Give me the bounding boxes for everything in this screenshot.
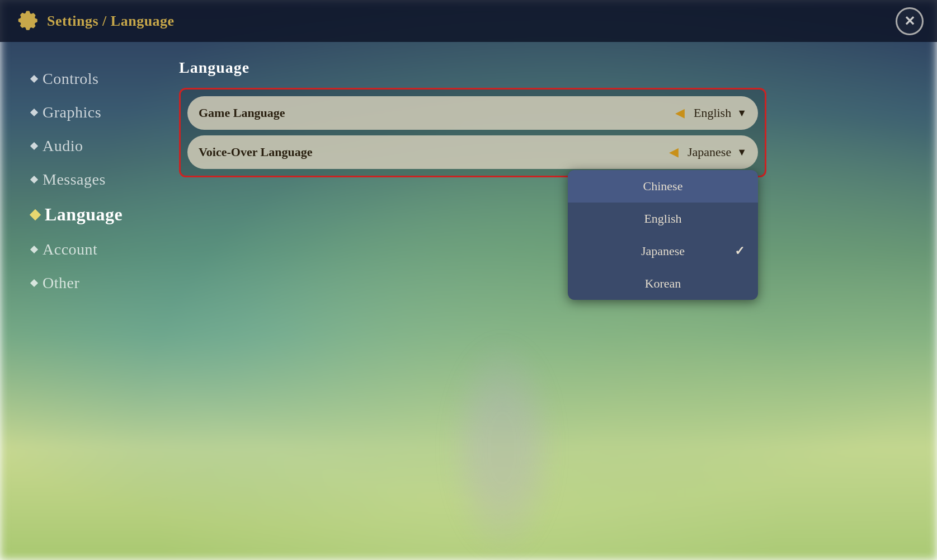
dropdown-label-chinese: Chinese bbox=[643, 179, 683, 194]
voiceover-language-row[interactable]: Voice-Over Language ◀ Japanese ▼ Chinese… bbox=[187, 135, 758, 169]
game-language-value: English bbox=[694, 106, 731, 120]
sidebar-label-account: Account bbox=[43, 241, 97, 258]
game-language-arrow-icon: ◀ bbox=[675, 106, 685, 120]
voiceover-language-dropdown-icon: ▼ bbox=[737, 147, 747, 158]
voiceover-language-value: Japanese bbox=[688, 145, 731, 159]
character-silhouette bbox=[446, 336, 558, 560]
diamond-icon-graphics bbox=[30, 109, 38, 116]
diamond-icon-other bbox=[30, 279, 38, 287]
dropdown-label-english: English bbox=[644, 211, 681, 226]
dropdown-label-japanese: Japanese bbox=[641, 244, 685, 258]
sidebar-item-audio[interactable]: Audio bbox=[22, 131, 162, 161]
sidebar: Controls Graphics Audio Messages Languag… bbox=[0, 42, 162, 560]
gear-icon bbox=[13, 8, 39, 34]
sidebar-item-language[interactable]: Language bbox=[22, 199, 162, 230]
sidebar-label-language: Language bbox=[45, 204, 123, 225]
breadcrumb: Settings / Language bbox=[47, 13, 175, 30]
voiceover-dropdown-menu: Chinese English Japanese ✓ Korean bbox=[568, 170, 758, 300]
top-bar-left: Settings / Language bbox=[13, 8, 175, 34]
voiceover-language-label: Voice-Over Language bbox=[199, 145, 669, 159]
diamond-icon-controls bbox=[30, 75, 38, 83]
sidebar-label-other: Other bbox=[43, 274, 79, 292]
sidebar-label-controls: Controls bbox=[43, 70, 98, 88]
game-language-label: Game Language bbox=[199, 106, 675, 120]
section-title: Language bbox=[179, 59, 909, 77]
game-language-dropdown-icon: ▼ bbox=[737, 107, 747, 119]
sidebar-item-messages[interactable]: Messages bbox=[22, 165, 162, 194]
sidebar-item-graphics[interactable]: Graphics bbox=[22, 98, 162, 127]
sidebar-item-other[interactable]: Other bbox=[22, 269, 162, 298]
diamond-icon-language bbox=[30, 209, 41, 220]
sidebar-item-controls[interactable]: Controls bbox=[22, 64, 162, 93]
game-language-row[interactable]: Game Language ◀ English ▼ bbox=[187, 96, 758, 130]
voiceover-language-arrow-icon: ◀ bbox=[669, 145, 679, 159]
diamond-icon-audio bbox=[30, 142, 38, 150]
close-button[interactable]: ✕ bbox=[896, 7, 924, 35]
top-bar: Settings / Language ✕ bbox=[0, 0, 937, 42]
sidebar-label-graphics: Graphics bbox=[43, 103, 101, 121]
sidebar-label-audio: Audio bbox=[43, 137, 83, 155]
close-icon: ✕ bbox=[904, 13, 915, 29]
settings-panel: Game Language ◀ English ▼ Voice-Over Lan… bbox=[179, 88, 766, 177]
japanese-checkmark-icon: ✓ bbox=[734, 244, 745, 258]
dropdown-item-english[interactable]: English bbox=[568, 203, 758, 235]
sidebar-label-messages: Messages bbox=[43, 171, 106, 189]
sidebar-item-account[interactable]: Account bbox=[22, 235, 162, 264]
dropdown-item-korean[interactable]: Korean bbox=[568, 267, 758, 300]
dropdown-item-chinese[interactable]: Chinese bbox=[568, 170, 758, 203]
dropdown-item-japanese[interactable]: Japanese ✓ bbox=[568, 235, 758, 267]
dropdown-label-korean: Korean bbox=[645, 276, 681, 291]
diamond-icon-messages bbox=[30, 176, 38, 183]
diamond-icon-account bbox=[30, 246, 38, 253]
